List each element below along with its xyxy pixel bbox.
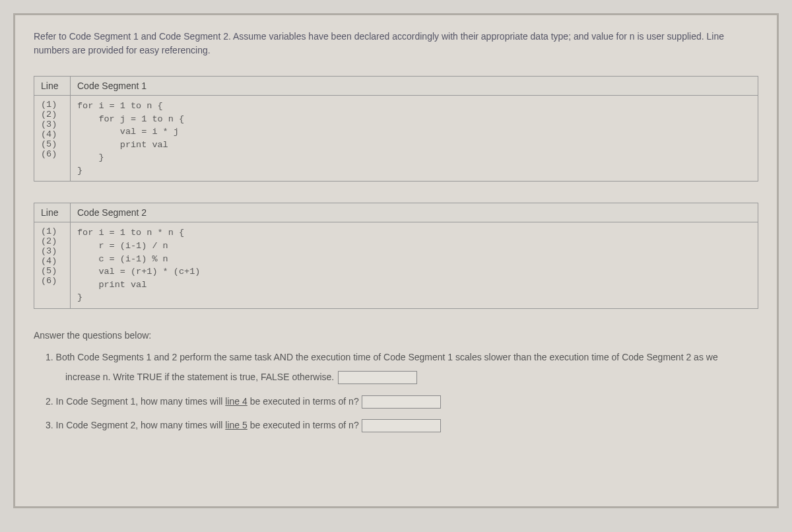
table2-code-cell: for i = 1 to n * n { r = (i-1) / n c = (… xyxy=(71,222,758,308)
question-1: 1. Both Code Segments 1 and 2 perform th… xyxy=(34,350,758,385)
question-1-text-part1: 1. Both Code Segments 1 and 2 perform th… xyxy=(46,352,718,362)
question-2-post: be executed in terms of n? xyxy=(248,396,359,407)
page-container: Refer to Code Segment 1 and Code Segment… xyxy=(13,13,779,508)
question-2-pre: 2. In Code Segment 1, how many times wil… xyxy=(46,396,225,407)
code-segment-1-code: for i = 1 to n { for j = 1 to n { val = … xyxy=(77,100,751,177)
question-1-answer-input[interactable] xyxy=(338,371,417,384)
table1-header-line: Line xyxy=(34,77,71,96)
question-2: 2. In Code Segment 1, how many times wil… xyxy=(34,394,758,409)
intro-text: Refer to Code Segment 1 and Code Segment… xyxy=(34,30,758,57)
table2-header-code: Code Segment 2 xyxy=(71,203,758,222)
question-3-pre: 3. In Code Segment 2, how many times wil… xyxy=(46,420,225,430)
questions-header: Answer the questions below: xyxy=(34,330,758,341)
table1-header-code: Code Segment 1 xyxy=(71,77,758,96)
table1-code-cell: for i = 1 to n { for j = 1 to n { val = … xyxy=(71,96,758,182)
table2-line-numbers: (1) (2) (3) (4) (5) (6) xyxy=(34,222,71,308)
question-2-line-ref: line 4 xyxy=(225,396,247,407)
question-3: 3. In Code Segment 2, how many times wil… xyxy=(34,418,758,432)
question-2-answer-input[interactable] xyxy=(362,395,441,409)
table2-header-line: Line xyxy=(34,203,71,222)
question-3-line-ref: line 5 xyxy=(225,420,247,430)
question-3-post: be executed in terms of n? xyxy=(248,420,359,430)
question-1-text-part2: increase n. Write TRUE if the statement … xyxy=(65,372,334,382)
question-3-answer-input[interactable] xyxy=(362,419,441,432)
code-segment-2-table: Line Code Segment 2 (1) (2) (3) (4) (5) … xyxy=(34,203,758,308)
code-segment-2-code: for i = 1 to n * n { r = (i-1) / n c = (… xyxy=(77,226,751,304)
code-segment-1-table: Line Code Segment 1 (1) (2) (3) (4) (5) … xyxy=(34,76,758,182)
table1-line-numbers: (1) (2) (3) (4) (5) (6) xyxy=(34,96,71,182)
